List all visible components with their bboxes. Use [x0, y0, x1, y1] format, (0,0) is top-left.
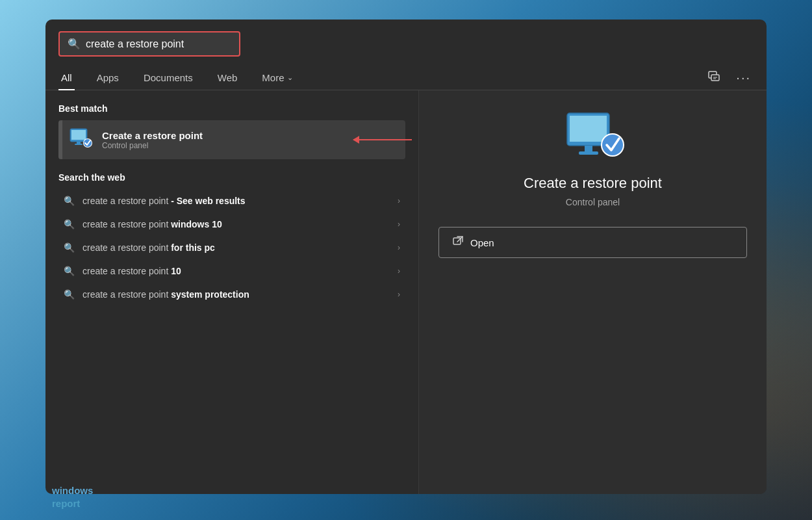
tab-more[interactable]: More ⌄ — [259, 66, 295, 90]
search-web-label: Search the web — [58, 172, 405, 183]
search-icon: 🔍 — [68, 38, 81, 50]
search-input[interactable]: create a restore point — [86, 38, 231, 50]
svg-rect-16 — [453, 238, 461, 244]
svg-rect-13 — [579, 151, 598, 155]
left-panel: Best match — [45, 90, 419, 494]
result-icon-large — [561, 110, 626, 162]
result-subtitle-large: Control panel — [566, 197, 620, 207]
chevron-down-icon: ⌄ — [287, 73, 293, 82]
web-search-item-3[interactable]: 🔍 create a restore point 10 › — [58, 259, 405, 283]
web-search-item-2[interactable]: 🔍 create a restore point for this pc › — [58, 236, 405, 259]
arrow-annotation — [353, 139, 412, 140]
open-button[interactable]: Open — [438, 227, 747, 258]
search-panel: 🔍 create a restore point All Apps Docume… — [45, 20, 767, 494]
search-bar-row: 🔍 create a restore point — [45, 20, 767, 66]
right-panel: Create a restore point Control panel Ope… — [419, 90, 767, 494]
search-input-wrapper[interactable]: 🔍 create a restore point — [58, 31, 240, 57]
watermark: windows report — [52, 484, 93, 510]
ellipsis-icon[interactable]: ··· — [733, 68, 754, 88]
open-button-label: Open — [470, 237, 494, 248]
web-search-text-1: create a restore point windows 10 — [82, 219, 390, 229]
svg-line-17 — [457, 237, 463, 242]
result-title-large: Create a restore point — [524, 175, 662, 192]
content-area: Best match — [45, 90, 767, 494]
svg-rect-11 — [570, 116, 607, 142]
feedback-icon[interactable] — [705, 67, 723, 88]
web-search-text-0: create a restore point - See web results — [82, 196, 390, 206]
web-search-text-3: create a restore point 10 — [82, 266, 390, 276]
best-match-text: Create a restore point Control panel — [102, 130, 203, 150]
arrow-right-icon-4: › — [398, 290, 400, 299]
best-match-subtitle: Control panel — [102, 141, 203, 150]
open-external-icon — [452, 235, 464, 250]
svg-rect-12 — [585, 146, 592, 152]
search-icon-1: 🔍 — [64, 219, 75, 229]
best-match-label: Best match — [58, 103, 405, 114]
watermark-text: windows report — [52, 484, 93, 510]
svg-rect-5 — [71, 130, 86, 140]
arrow-right-icon-0: › — [398, 196, 400, 205]
tabs-right-icons: ··· — [705, 67, 754, 88]
web-search-text-4: create a restore point system protection — [82, 289, 390, 300]
arrow-right-icon-3: › — [398, 266, 400, 276]
best-match-item[interactable]: Create a restore point Control panel — [58, 120, 405, 159]
search-icon-2: 🔍 — [64, 242, 75, 253]
web-search-text-2: create a restore point for this pc — [82, 242, 390, 253]
search-icon-3: 🔍 — [64, 266, 75, 276]
svg-rect-7 — [75, 144, 82, 145]
restore-point-icon — [70, 128, 93, 151]
tab-apps[interactable]: Apps — [94, 66, 121, 90]
arrow-right-icon-2: › — [398, 243, 400, 252]
tab-all[interactable]: All — [58, 66, 75, 90]
web-search-item-0[interactable]: 🔍 create a restore point - See web resul… — [58, 189, 405, 213]
tab-documents[interactable]: Documents — [141, 66, 196, 90]
arrow-right-icon-1: › — [398, 220, 400, 229]
search-icon-4: 🔍 — [64, 289, 75, 300]
best-match-title: Create a restore point — [102, 130, 203, 141]
tabs-row: All Apps Documents Web More ⌄ ··· — [45, 66, 767, 90]
search-icon-0: 🔍 — [64, 196, 75, 206]
search-web-section: Search the web 🔍 create a restore point … — [58, 172, 405, 306]
web-search-item-4[interactable]: 🔍 create a restore point system protecti… — [58, 283, 405, 306]
tab-web[interactable]: Web — [215, 66, 240, 90]
web-search-item-1[interactable]: 🔍 create a restore point windows 10 › — [58, 213, 405, 236]
